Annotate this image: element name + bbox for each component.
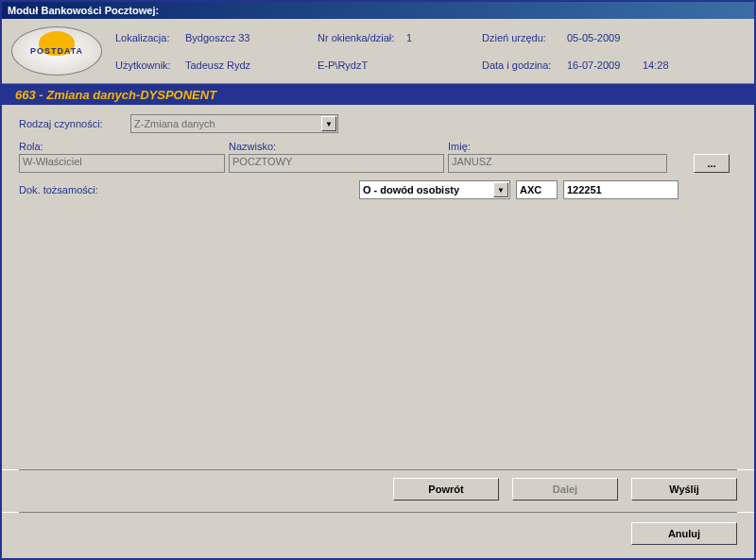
activity-select[interactable]: Z-Zmiana danych ▼ xyxy=(130,114,338,133)
cancel-button[interactable]: Anuluj xyxy=(631,522,737,545)
document-series-input[interactable] xyxy=(516,180,558,199)
chevron-down-icon[interactable]: ▼ xyxy=(493,182,508,197)
activity-label: Rodzaj czynności: xyxy=(19,118,123,129)
surname-value: POCZTOWY xyxy=(232,156,292,167)
send-button[interactable]: Wyślij xyxy=(631,478,737,501)
role-field: W-Właściciel xyxy=(19,154,225,173)
user-label: Użytkownik: xyxy=(115,59,185,71)
form-area: Rodzaj czynności: Z-Zmiana danych ▼ Rola… xyxy=(2,105,754,469)
main-window: Moduł Bankowości Pocztowej: POSTDATA Lok… xyxy=(0,0,756,560)
ellipsis-icon: ... xyxy=(707,158,715,169)
ep-value: E-P\RydzT xyxy=(318,59,406,71)
logo-text: POSTDATA xyxy=(30,46,83,56)
window-titlebar: Moduł Bankowości Pocztowej: xyxy=(2,2,754,19)
activity-selected-value: Z-Zmiana danych xyxy=(134,118,215,129)
office-day-label: Dzień urzędu: xyxy=(482,32,567,43)
location-value: Bydgoszcz 33 xyxy=(185,32,318,43)
role-label: Rola: xyxy=(19,141,225,152)
header-panel: POSTDATA Lokalizacja: Bydgoszcz 33 Nr ok… xyxy=(2,19,754,84)
action-button-row: Powrót Dalej Wyślij xyxy=(2,469,754,512)
back-button[interactable]: Powrót xyxy=(393,478,499,501)
section-title: 663 - Zmiana danych-DYSPONENT xyxy=(15,88,216,102)
user-value: Tadeusz Rydz xyxy=(185,59,318,71)
office-day-value: 05-05-2009 xyxy=(567,32,643,43)
document-type-select[interactable]: O - dowód osobisty ▼ xyxy=(359,180,510,199)
more-button[interactable]: ... xyxy=(694,154,730,173)
window-title: Moduł Bankowości Pocztowej: xyxy=(8,5,159,16)
chevron-down-icon[interactable]: ▼ xyxy=(321,116,336,131)
person-fields-row: Rola: W-Właściciel Nazwisko: POCZTOWY Im… xyxy=(19,141,737,173)
location-label: Lokalizacja: xyxy=(115,32,185,43)
logo: POSTDATA xyxy=(11,26,102,76)
time-value: 14:28 xyxy=(643,59,680,71)
header-info-grid: Lokalizacja: Bydgoszcz 33 Nr okienka/dzi… xyxy=(115,26,745,76)
document-label: Dok. tożsamości: xyxy=(19,184,353,195)
name-field: JANUSZ xyxy=(448,154,667,173)
date-value: 16-07-2009 xyxy=(567,59,643,71)
surname-label: Nazwisko: xyxy=(229,141,444,152)
window-number-value: 1 xyxy=(406,32,482,43)
surname-field: POCZTOWY xyxy=(229,154,444,173)
datetime-label: Data i godzina: xyxy=(482,59,567,71)
name-value: JANUSZ xyxy=(452,156,492,167)
next-button: Dalej xyxy=(512,478,618,501)
footer-row: Anuluj xyxy=(2,512,754,558)
window-number-label: Nr okienka/dział: xyxy=(318,32,406,43)
name-label: Imię: xyxy=(448,141,667,152)
document-type-value: O - dowód osobisty xyxy=(363,184,459,195)
section-title-bar: 663 - Zmiana danych-DYSPONENT xyxy=(2,84,754,105)
activity-row: Rodzaj czynności: Z-Zmiana danych ▼ xyxy=(19,114,737,133)
document-row: Dok. tożsamości: O - dowód osobisty ▼ xyxy=(19,180,737,199)
role-value: W-Właściciel xyxy=(23,156,82,167)
document-number-input[interactable] xyxy=(563,180,679,199)
